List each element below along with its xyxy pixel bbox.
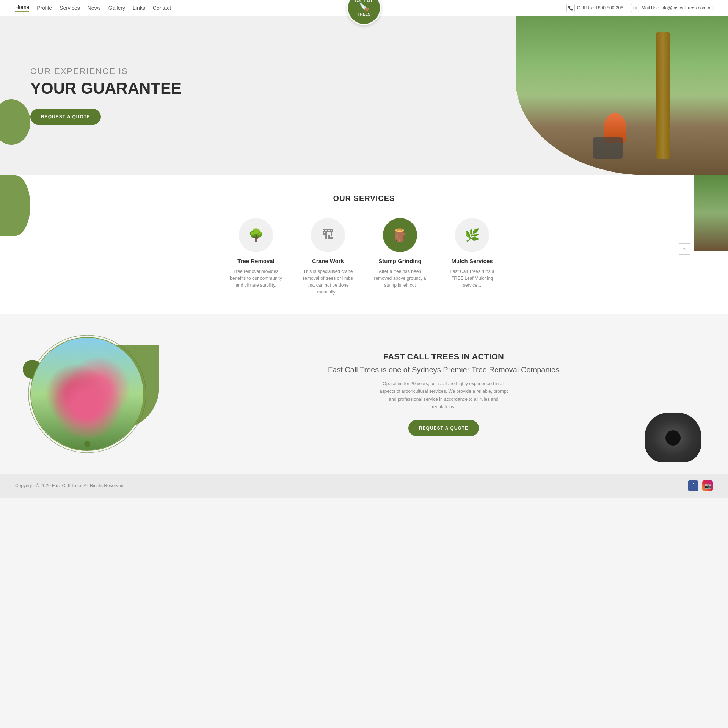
service-mulch: 🌿 Mulch Services Fast Call Trees runs a …: [444, 218, 500, 289]
services-next-button[interactable]: »: [679, 243, 690, 255]
site-header: Home Profile Services News Gallery Links…: [0, 0, 728, 16]
crane-work-name: Crane Work: [300, 258, 356, 264]
nav-links[interactable]: Links: [133, 5, 145, 11]
crane-work-icon: 🏗: [311, 218, 345, 252]
hero-image-blob: [516, 16, 728, 175]
services-section: OUR SERVICES 🌳 Tree Removal Tree removal…: [0, 175, 728, 314]
nav-profile[interactable]: Profile: [37, 5, 52, 11]
hero-content: OUR EXPERIENCE IS YOUR GUARANTEE REQUEST…: [0, 44, 212, 147]
service-stump-grinding: 🪵 Stump Grinding After a tree has been r…: [372, 218, 428, 289]
nav-contact[interactable]: Contact: [153, 5, 171, 11]
mulch-desc: Fast Call Trees runs a FREE Leaf Mulchin…: [444, 268, 500, 289]
phone-icon: 📞: [566, 4, 575, 12]
svg-point-0: [28, 335, 146, 453]
nav-services[interactable]: Services: [60, 5, 80, 11]
phone-label: Call Us : 1800 800 206: [577, 5, 623, 11]
email-contact: ✉ Mail Us : info@fastcalltrees.com.au: [631, 4, 713, 12]
services-title: OUR SERVICES: [15, 194, 713, 203]
logo[interactable]: FAST CALL 🪚 TREES: [347, 0, 381, 25]
action-content: FAST CALL TREES IN ACTION Fast Call Tree…: [174, 344, 713, 444]
hero-cta-button[interactable]: REQUEST A QUOTE: [30, 109, 101, 125]
facebook-icon[interactable]: f: [688, 480, 698, 491]
tree-removal-icon: 🌳: [239, 218, 273, 252]
email-label: Mail Us : info@fastcalltrees.com.au: [642, 5, 713, 11]
hero-section: OUR EXPERIENCE IS YOUR GUARANTEE REQUEST…: [0, 16, 728, 175]
hero-subtitle: OUR EXPERIENCE IS: [30, 66, 182, 76]
tree-removal-desc: Tree removal provides benefits to our co…: [228, 268, 284, 289]
action-desc: Operating for 20 years, our staff are hi…: [379, 380, 508, 411]
services-grid: 🌳 Tree Removal Tree removal provides ben…: [15, 218, 713, 295]
action-title: FAST CALL TREES IN ACTION: [182, 352, 705, 362]
social-links: f 📷: [688, 480, 713, 491]
instagram-icon[interactable]: 📷: [702, 480, 713, 491]
service-crane-work: 🏗 Crane Work This is specialised crane r…: [300, 218, 356, 295]
nav-news[interactable]: News: [88, 5, 101, 11]
phone-contact: 📞 Call Us : 1800 800 206: [566, 4, 623, 12]
action-section: FAST CALL TREES IN ACTION Fast Call Tree…: [0, 314, 728, 474]
stump-grinding-name: Stump Grinding: [372, 258, 428, 264]
nav-gallery[interactable]: Gallery: [108, 5, 125, 11]
action-subtitle: Fast Call Trees is one of Sydneys Premie…: [182, 366, 705, 374]
hero-title: YOUR GUARANTEE: [30, 79, 182, 97]
mulch-icon: 🌿: [455, 218, 489, 252]
stump-hole: [665, 430, 681, 446]
site-footer: Copyright © 2020 Fast Call Trees All Rig…: [0, 474, 728, 498]
email-icon: ✉: [631, 4, 639, 12]
stump-grinding-desc: After a tree has been removed above grou…: [372, 268, 428, 289]
nav-home[interactable]: Home: [15, 4, 29, 12]
crane-work-desc: This is specialised crane removal of tre…: [300, 268, 356, 295]
action-cta-button[interactable]: REQUEST A QUOTE: [408, 420, 479, 436]
stump-decoration: [645, 413, 705, 466]
tree-removal-name: Tree Removal: [228, 258, 284, 264]
stump-grinding-icon: 🪵: [383, 218, 417, 252]
mulch-name: Mulch Services: [444, 258, 500, 264]
service-tree-removal: 🌳 Tree Removal Tree removal provides ben…: [228, 218, 284, 289]
logo-text-main: TREES: [358, 12, 370, 16]
action-image-container: [15, 337, 159, 451]
contact-info: 📞 Call Us : 1800 800 206 ✉ Mail Us : inf…: [566, 4, 713, 12]
main-nav: Home Profile Services News Gallery Links…: [15, 4, 171, 12]
copyright-text: Copyright © 2020 Fast Call Trees All Rig…: [15, 483, 124, 488]
